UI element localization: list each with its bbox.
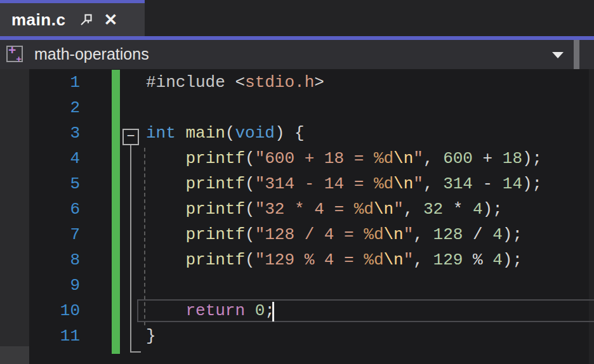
token-str: "600 + 18 = bbox=[255, 149, 374, 168]
fold-scope-line bbox=[130, 145, 131, 353]
editor-surface[interactable]: 1234567891011 − #include <stdio.h>int ma… bbox=[0, 69, 594, 364]
token-pun bbox=[245, 301, 255, 320]
token-pun bbox=[146, 225, 185, 244]
token-str: "32 * 4 = bbox=[255, 200, 354, 219]
token-esc: \n bbox=[384, 225, 404, 244]
code-editor-window: main.c ✕ + + math-operations bbox=[0, 0, 594, 364]
token-pun: * bbox=[443, 200, 473, 219]
token-pun: - bbox=[473, 174, 503, 193]
code-line-4[interactable]: printf("600 + 18 = %d\n", 600 + 18); bbox=[146, 146, 542, 171]
token-fn: printf bbox=[185, 174, 245, 193]
token-pun: > bbox=[314, 73, 324, 92]
line-number-11[interactable]: 11 bbox=[0, 323, 80, 349]
tab-bar: main.c ✕ bbox=[0, 0, 594, 40]
token-pun: ) { bbox=[275, 124, 305, 143]
token-fn: printf bbox=[185, 250, 245, 270]
code-line-10[interactable]: return 0; bbox=[146, 298, 275, 323]
token-pun: ); bbox=[483, 200, 503, 219]
token-pun: ); bbox=[503, 250, 522, 270]
line-number-1[interactable]: 1 bbox=[0, 70, 80, 95]
token-str: "128 / 4 = bbox=[255, 225, 364, 244]
gutter[interactable]: 1234567891011 bbox=[0, 69, 82, 364]
line-number-9[interactable]: 9 bbox=[0, 273, 80, 298]
token-pun: ( bbox=[245, 149, 255, 168]
code-line-11[interactable]: } bbox=[146, 323, 156, 349]
line-number-2[interactable]: 2 bbox=[0, 95, 80, 120]
token-num: 600 bbox=[443, 149, 473, 168]
token-pun bbox=[146, 149, 185, 168]
token-pun: < bbox=[235, 73, 245, 92]
code-line-6[interactable]: printf("32 * 4 = %d\n", 32 * 4); bbox=[146, 197, 503, 222]
token-pun bbox=[146, 174, 185, 193]
nav-divider bbox=[574, 40, 579, 69]
line-number-3[interactable]: 3 bbox=[0, 120, 80, 146]
token-str: " bbox=[413, 174, 423, 193]
token-kw: int bbox=[146, 124, 176, 143]
token-num: 128 bbox=[433, 225, 463, 244]
token-fmt: %d bbox=[374, 174, 393, 193]
close-icon[interactable]: ✕ bbox=[103, 11, 117, 28]
tab-main-c[interactable]: main.c ✕ bbox=[0, 0, 145, 36]
token-pp: #include bbox=[146, 73, 235, 92]
token-fmt: %d bbox=[374, 149, 393, 168]
token-num: 4 bbox=[492, 225, 503, 244]
token-ctrl: return bbox=[185, 301, 245, 320]
token-pun: ( bbox=[245, 174, 255, 193]
token-esc: \n bbox=[393, 149, 413, 168]
line-number-8[interactable]: 8 bbox=[0, 247, 80, 273]
token-pun: / bbox=[463, 225, 492, 244]
token-pun: } bbox=[146, 327, 156, 346]
token-pun: , bbox=[413, 225, 433, 244]
chevron-down-icon[interactable] bbox=[552, 52, 564, 58]
token-pun bbox=[176, 124, 186, 143]
token-num: 0 bbox=[255, 301, 265, 320]
token-str: " bbox=[413, 149, 423, 168]
code-line-7[interactable]: printf("128 / 4 = %d\n", 128 / 4); bbox=[146, 222, 522, 247]
token-str: " bbox=[404, 250, 414, 270]
token-pun: , bbox=[423, 174, 443, 193]
modified-lines-bar bbox=[112, 70, 120, 354]
plus-glyph-small: + bbox=[16, 53, 22, 64]
code-lines[interactable]: #include <stdio.h>int main(void) { print… bbox=[146, 69, 594, 364]
line-number-5[interactable]: 5 bbox=[0, 171, 80, 197]
token-pun bbox=[146, 301, 185, 320]
token-esc: \n bbox=[393, 174, 413, 193]
line-number-10[interactable]: 10 bbox=[0, 298, 80, 323]
token-str: "129 % 4 = bbox=[255, 250, 364, 270]
line-number-6[interactable]: 6 bbox=[0, 197, 80, 222]
pin-icon[interactable] bbox=[79, 13, 93, 27]
code-line-5[interactable]: printf("314 - 14 = %d\n", 314 - 14); bbox=[146, 171, 542, 197]
tab-title: main.c bbox=[0, 10, 65, 30]
code-line-3[interactable]: int main(void) { bbox=[146, 120, 305, 146]
line-number-7[interactable]: 7 bbox=[0, 222, 80, 247]
fold-collapse-icon[interactable]: − bbox=[122, 129, 139, 145]
token-fn: printf bbox=[185, 200, 245, 219]
token-pun: , bbox=[404, 200, 423, 219]
token-pun: ); bbox=[522, 149, 542, 168]
token-str: " bbox=[393, 200, 404, 219]
token-num: 32 bbox=[423, 200, 443, 219]
token-pun: ( bbox=[225, 124, 235, 143]
cpp-project-icon: + + bbox=[6, 46, 23, 62]
token-esc: \n bbox=[384, 250, 404, 270]
token-pun: , bbox=[423, 149, 443, 168]
token-fn: printf bbox=[185, 149, 245, 168]
token-num: 4 bbox=[473, 200, 483, 219]
token-pun: ); bbox=[522, 174, 542, 193]
code-line-1[interactable]: #include <stdio.h> bbox=[146, 70, 324, 95]
plus-glyph: + bbox=[8, 42, 16, 58]
line-number-4[interactable]: 4 bbox=[0, 146, 80, 171]
token-pun: ( bbox=[245, 250, 255, 270]
token-str: stdio.h bbox=[245, 73, 314, 92]
token-num: 129 bbox=[433, 250, 463, 270]
project-nav-bar[interactable]: + + math-operations bbox=[0, 40, 594, 70]
token-num: 14 bbox=[503, 174, 522, 193]
token-kw: void bbox=[235, 124, 274, 143]
token-esc: \n bbox=[374, 200, 393, 219]
token-fmt: %d bbox=[354, 200, 374, 219]
code-line-8[interactable]: printf("129 % 4 = %d\n", 129 % 4); bbox=[146, 247, 522, 273]
token-pun: ); bbox=[503, 225, 522, 244]
token-pun bbox=[146, 250, 185, 270]
token-pun: % bbox=[463, 250, 492, 270]
token-pun: ( bbox=[245, 225, 255, 244]
